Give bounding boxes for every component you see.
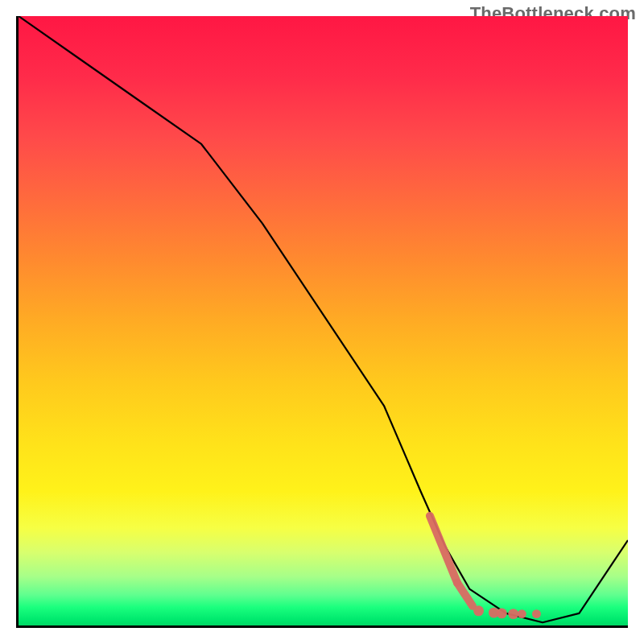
marker-dot-5 [532,609,541,618]
marker-dot-4 [518,609,526,618]
curve-line [19,16,628,622]
marker-dot-2 [497,608,507,618]
bottleneck-curve [19,16,628,622]
marker-dot-0 [473,605,484,616]
plot-area [16,16,628,628]
marker-stroke-0 [430,516,457,583]
chart-overlay [19,16,628,625]
figure-root: TheBottleneck.com [0,0,644,644]
marker-overlay [430,516,541,619]
marker-stroke-1 [457,583,473,606]
marker-dot-3 [508,609,518,619]
